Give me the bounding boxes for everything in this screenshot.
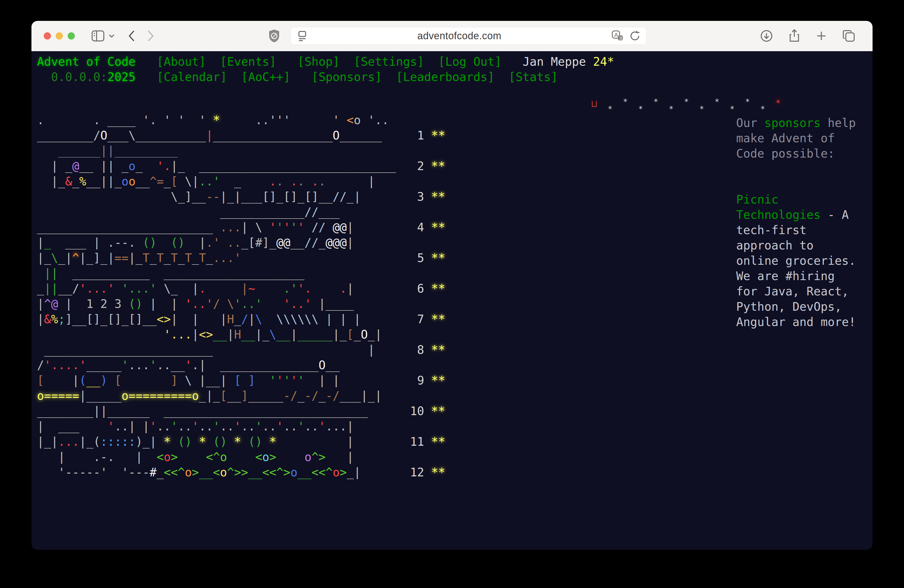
reload-icon[interactable] xyxy=(629,30,641,42)
calendar-day-7[interactable]: 7 ** xyxy=(410,312,445,326)
text-segment: / xyxy=(241,312,248,326)
calendar-day-10[interactable]: 10 ** xyxy=(410,404,445,418)
text-segment xyxy=(277,55,297,68)
text-segment: ' xyxy=(297,420,305,433)
nav-link[interactable]: [Events] xyxy=(220,55,276,68)
text-segment: |_|___[]_[]_[]__ xyxy=(220,190,333,204)
text-segment: < xyxy=(213,466,220,479)
text-segment: '-----' '--- xyxy=(37,466,150,479)
nav-link[interactable]: [AoC++] xyxy=(241,70,290,84)
calendar-day-1[interactable]: 1 ** xyxy=(410,129,445,142)
text-segment: | xyxy=(347,282,354,296)
shield-icon[interactable] xyxy=(268,29,280,43)
text-segment: ... xyxy=(58,435,79,449)
text-segment: _| xyxy=(58,251,73,265)
text-segment: | ___ xyxy=(37,420,107,433)
url-text[interactable]: adventofcode.com xyxy=(308,30,611,42)
nav-link[interactable]: sponsors xyxy=(764,116,820,130)
text-segment: // xyxy=(305,205,319,219)
share-icon[interactable] xyxy=(789,29,800,43)
calendar-day-6[interactable]: 6 ** xyxy=(410,282,445,296)
nav-link[interactable]: [Calendar] xyxy=(157,70,227,84)
text-segment: \ xyxy=(255,312,262,326)
day-number: 8 xyxy=(410,343,431,357)
nav-link[interactable]: [Sponsors] xyxy=(311,70,382,84)
text-segment: _ xyxy=(206,251,213,265)
sponsor-panel: Our sponsors help make Advent of Code po… xyxy=(736,115,856,330)
download-icon[interactable] xyxy=(760,30,773,42)
day-number: 9 xyxy=(410,374,431,387)
forward-icon[interactable] xyxy=(147,30,154,42)
text-segment xyxy=(220,297,227,311)
close-button[interactable] xyxy=(44,32,51,40)
calendar-day-9[interactable]: 9 ** xyxy=(410,374,445,387)
day-number: 7 xyxy=(410,312,431,326)
calendar-day-11[interactable]: 11 ** xyxy=(410,435,445,449)
text-segment: O xyxy=(319,358,326,372)
sidebar-icon[interactable] xyxy=(91,30,105,42)
text-segment: o xyxy=(129,159,136,173)
text-segment: . xyxy=(199,282,206,296)
text-segment: approach to xyxy=(736,239,814,252)
text-segment: () xyxy=(178,435,192,449)
text-segment: |__| xyxy=(192,374,234,387)
nav-link[interactable]: Picnic xyxy=(736,193,779,206)
calendar-day-4[interactable]: 4 ** xyxy=(410,220,445,234)
text-segment: ' xyxy=(290,220,297,234)
zoom-button[interactable] xyxy=(68,32,75,40)
text-segment: * xyxy=(234,435,241,449)
text-segment: | xyxy=(37,297,44,311)
chevron-down-icon[interactable] xyxy=(109,34,115,38)
day-number: 12 xyxy=(410,466,431,479)
text-segment: () xyxy=(171,236,185,250)
text-segment: _________________________ xyxy=(37,220,220,234)
text-segment: ..' xyxy=(199,175,220,188)
text-segment: T xyxy=(171,251,178,265)
nav-link[interactable]: [Log Out] xyxy=(438,55,501,68)
text-segment: .. xyxy=(326,420,340,433)
text-segment: [ xyxy=(37,374,44,387)
text-segment: . xyxy=(311,175,318,188)
new-tab-icon[interactable] xyxy=(816,30,827,41)
translate-icon[interactable]: A 文 xyxy=(611,30,624,42)
text-segment: _| xyxy=(347,190,361,204)
text-segment xyxy=(136,70,157,84)
calendar-day-2[interactable]: 2 ** xyxy=(410,159,445,173)
site-header: Advent of Code [About] [Events] [Shop] [… xyxy=(32,51,872,85)
calendar-day-3[interactable]: 3 ** xyxy=(410,190,445,204)
text-segment: |_ xyxy=(255,328,269,341)
nav-link[interactable]: Technologies xyxy=(736,208,820,221)
text-segment: ) xyxy=(101,374,107,387)
calendar-day-12[interactable]: 12 ** xyxy=(410,466,445,479)
nav-link[interactable]: [Stats] xyxy=(509,70,558,84)
trail-star-icon: * xyxy=(760,105,765,113)
text-segment: * xyxy=(199,435,206,449)
text-segment: __ xyxy=(290,236,305,250)
text-segment: % xyxy=(79,175,86,188)
text-segment: ________||______ _______________________… xyxy=(37,404,368,418)
text-segment: .' xyxy=(283,282,297,296)
tabs-icon[interactable] xyxy=(842,30,856,42)
text-segment: | xyxy=(248,312,255,326)
url-field[interactable]: adventofcode.com A 文 xyxy=(290,27,646,45)
nav-link[interactable]: [Shop] xyxy=(297,55,340,68)
text-segment: ___\__________ xyxy=(107,129,206,142)
text-segment: .. xyxy=(241,420,255,433)
nav-link[interactable]: [About] xyxy=(157,55,206,68)
text-segment: '. xyxy=(297,282,312,296)
nav-link[interactable]: [Leaderboards] xyxy=(396,70,495,84)
text-segment: ::::: xyxy=(101,435,136,449)
nav-link[interactable]: [Settings] xyxy=(354,55,424,68)
minimize-button[interactable] xyxy=(56,32,63,40)
day-number: 2 xyxy=(410,159,431,173)
text-segment: . xyxy=(319,175,326,188)
calendar-day-5[interactable]: 5 ** xyxy=(410,251,445,265)
text-segment: o xyxy=(121,175,128,188)
calendar-day-8[interactable]: 8 ** xyxy=(410,343,445,357)
text-segment: |_ ____________________________ xyxy=(171,159,396,173)
text-segment xyxy=(206,282,241,296)
back-icon[interactable] xyxy=(128,30,135,42)
reader-icon[interactable] xyxy=(297,30,308,42)
text-segment: ...' xyxy=(213,251,241,265)
text-segment xyxy=(340,55,354,68)
